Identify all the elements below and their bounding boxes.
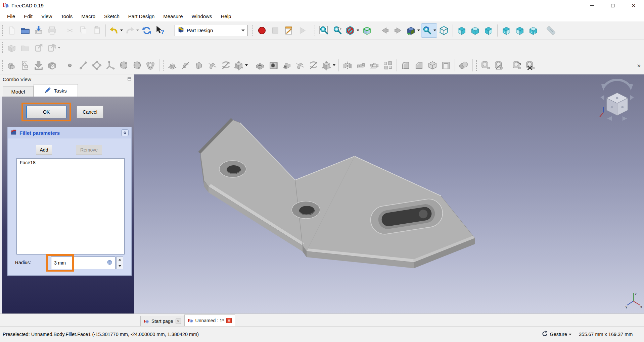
open-file-button[interactable] [18, 23, 32, 38]
chevron-down-icon[interactable] [433, 30, 436, 31]
macro-record-button[interactable] [255, 23, 269, 38]
hole-button[interactable] [267, 58, 280, 72]
menu-item-edit[interactable]: Edit [19, 13, 37, 19]
datum-point-button[interactable] [63, 58, 77, 72]
datum-coordinate-system-button[interactable] [103, 58, 117, 72]
toolbar-grip[interactable] [2, 42, 3, 54]
subtractive-helix-button[interactable] [307, 58, 320, 72]
toolbar-overflow-button[interactable]: » [637, 62, 641, 69]
view-left-button[interactable] [526, 23, 540, 38]
revolution-button[interactable] [179, 58, 192, 72]
datum-line-button[interactable] [77, 58, 90, 72]
menu-item-windows[interactable]: Windows [187, 13, 217, 19]
chevron-down-icon[interactable] [120, 30, 123, 31]
tab-model[interactable]: Model [3, 86, 34, 97]
additive-loft-button[interactable] [192, 58, 206, 72]
clone-button[interactable] [144, 58, 157, 72]
sub-shape-binder-button[interactable] [130, 58, 144, 72]
pocket-button[interactable] [253, 58, 267, 72]
toolbar-grip[interactable] [476, 59, 477, 71]
additive-pipe-button[interactable] [206, 58, 219, 72]
fillet-button[interactable] [399, 58, 412, 72]
groove-button[interactable] [280, 58, 293, 72]
pad-button[interactable] [166, 58, 179, 72]
expression-globe-icon[interactable] [107, 260, 112, 266]
undo-button[interactable] [108, 23, 124, 38]
measure-linear-button[interactable] [479, 58, 492, 72]
workbench-selector[interactable]: Part Design [175, 25, 248, 36]
sync-view-button[interactable] [421, 23, 437, 38]
close-tab-icon[interactable]: ✕ [226, 318, 232, 323]
chevron-down-icon[interactable] [417, 30, 420, 31]
view-top-button[interactable] [468, 23, 482, 38]
toolbar-grip[interactable] [163, 59, 164, 71]
minimize-button[interactable] [582, 0, 602, 11]
doc-tab-start-page[interactable]: F Start page ✕ [140, 316, 184, 326]
chevron-down-icon[interactable] [333, 64, 335, 66]
macro-edit-button[interactable] [282, 23, 295, 38]
3d-viewport[interactable]: z x y [134, 74, 644, 314]
menu-item-measure[interactable]: Measure [159, 13, 187, 19]
view-bottom-button[interactable] [513, 23, 526, 38]
save-button[interactable] [32, 23, 45, 38]
multi-transform-button[interactable] [381, 58, 395, 72]
add-face-button[interactable]: Add [36, 145, 52, 155]
create-sketch-button[interactable] [18, 58, 32, 72]
tab-tasks[interactable]: Tasks [34, 84, 78, 97]
measure-angular-button[interactable] [492, 58, 506, 72]
menu-item-help[interactable]: Help [216, 13, 235, 19]
nav-back-button[interactable] [378, 23, 392, 38]
face-list[interactable]: Face18 [16, 158, 125, 254]
polar-pattern-button[interactable] [368, 58, 381, 72]
spin-up-button[interactable] [117, 257, 123, 263]
additive-primitive-button[interactable] [233, 58, 249, 72]
linked-view-button[interactable] [405, 23, 421, 38]
boolean-operation-button[interactable] [457, 58, 470, 72]
chevron-down-icon[interactable] [136, 30, 139, 31]
navigation-style-selector[interactable]: Gesture [542, 331, 577, 338]
menu-item-file[interactable]: File [3, 13, 19, 19]
subtractive-primitive-button[interactable] [320, 58, 336, 72]
edit-sketch-button[interactable] [45, 58, 59, 72]
draft-button[interactable] [426, 58, 439, 72]
chevron-down-icon[interactable] [58, 47, 60, 49]
face-list-item[interactable]: Face18 [17, 159, 124, 167]
measure-distance-button[interactable] [544, 23, 558, 38]
cancel-button[interactable]: Cancel [77, 106, 103, 118]
toolbar-grip[interactable] [2, 24, 3, 37]
zoom-fit-all-button[interactable] [317, 23, 331, 38]
isometric-view-button[interactable] [437, 23, 451, 38]
spin-down-button[interactable] [117, 263, 123, 269]
mirrored-button[interactable] [341, 58, 354, 72]
additive-helix-button[interactable] [219, 58, 233, 72]
toolbar-grip[interactable] [2, 59, 3, 71]
measure-refresh-button[interactable] [510, 58, 523, 72]
map-sketch-button[interactable] [32, 58, 45, 72]
toolbar-grip[interactable] [252, 24, 254, 37]
refresh-button[interactable] [140, 23, 153, 38]
doc-tab-unnamed[interactable]: F Unnamed : 1* ✕ [184, 315, 235, 326]
close-button[interactable]: ✕ [623, 0, 644, 11]
menu-item-part-design[interactable]: Part Design [124, 13, 159, 19]
menu-item-tools[interactable]: Tools [56, 13, 77, 19]
close-tab-icon[interactable]: ✕ [176, 319, 181, 324]
view-right-button[interactable] [482, 23, 495, 38]
navigation-cube[interactable] [597, 79, 637, 123]
view-rear-button[interactable] [500, 23, 513, 38]
menu-item-view[interactable]: View [37, 13, 56, 19]
thickness-button[interactable] [439, 58, 453, 72]
chevron-down-icon[interactable] [357, 30, 359, 31]
clipping-plane-button[interactable] [344, 23, 360, 38]
menu-item-sketch[interactable]: Sketch [100, 13, 124, 19]
zoom-selection-button[interactable] [331, 23, 344, 38]
nav-forward-button[interactable] [392, 23, 405, 38]
create-body-button[interactable] [5, 58, 18, 72]
subtractive-pipe-button[interactable] [293, 58, 307, 72]
toolbar-grip[interactable] [314, 24, 316, 37]
shape-binder-button[interactable] [117, 58, 130, 72]
view-front-button[interactable] [455, 23, 468, 38]
chevron-down-icon[interactable] [245, 64, 248, 66]
menu-item-macro[interactable]: Macro [77, 13, 100, 19]
float-panel-icon[interactable] [127, 76, 132, 82]
chamfer-button[interactable] [412, 58, 426, 72]
